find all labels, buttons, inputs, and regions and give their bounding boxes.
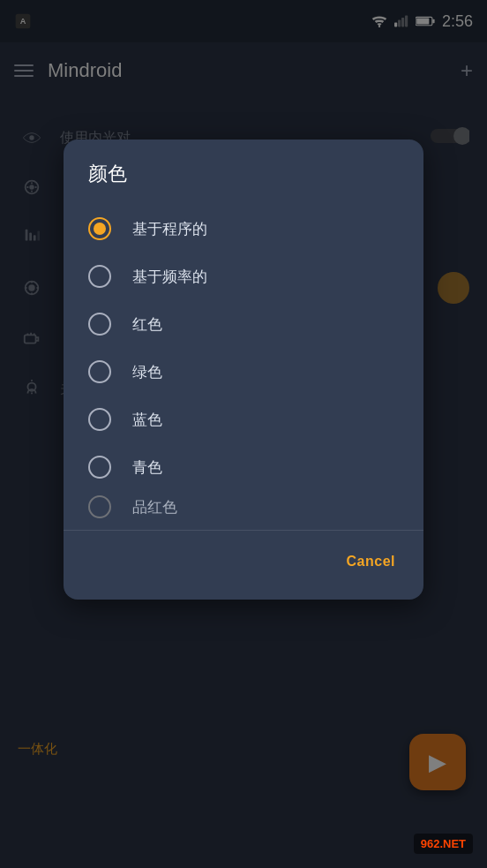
radio-label-green: 绿色 xyxy=(132,362,162,382)
radio-circle-cyan xyxy=(88,456,111,479)
radio-label-magenta: 品红色 xyxy=(132,497,177,517)
radio-label-program: 基于程序的 xyxy=(132,219,207,239)
radio-circle-red xyxy=(88,313,111,336)
radio-option-blue[interactable]: 蓝色 xyxy=(64,396,423,443)
radio-label-cyan: 青色 xyxy=(132,457,162,478)
radio-option-red[interactable]: 红色 xyxy=(64,300,423,348)
cancel-button[interactable]: Cancel xyxy=(333,545,409,578)
radio-label-frequency: 基于频率的 xyxy=(132,267,207,287)
radio-circle-program xyxy=(88,217,111,240)
radio-option-frequency[interactable]: 基于频率的 xyxy=(64,253,423,300)
dialog-divider xyxy=(64,530,423,531)
radio-option-green[interactable]: 绿色 xyxy=(64,348,423,396)
radio-circle-magenta xyxy=(88,495,111,518)
radio-option-program[interactable]: 基于程序的 xyxy=(64,205,423,253)
color-dialog: 颜色 基于程序的 基于频率的 红色 绿色 蓝色 青色 品红色 Cancel xyxy=(64,140,423,600)
radio-option-cyan[interactable]: 青色 xyxy=(64,443,423,491)
dialog-title: 颜色 xyxy=(64,161,423,205)
radio-circle-blue xyxy=(88,408,111,431)
dialog-actions: Cancel xyxy=(64,538,423,593)
radio-label-blue: 蓝色 xyxy=(132,410,162,430)
watermark: 962.NET xyxy=(414,834,473,854)
radio-option-magenta[interactable]: 品红色 xyxy=(64,491,423,523)
radio-circle-green xyxy=(88,360,111,383)
radio-circle-frequency xyxy=(88,265,111,288)
radio-label-red: 红色 xyxy=(132,314,162,335)
